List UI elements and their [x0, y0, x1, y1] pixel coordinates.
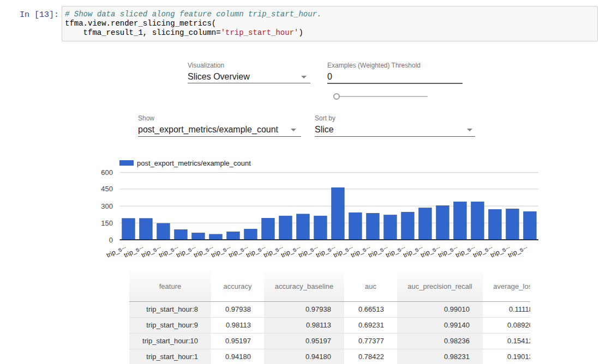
svg-text:150: 150 — [101, 219, 113, 227]
svg-text:0: 0 — [109, 236, 113, 244]
svg-text:trip_s···: trip_s··· — [507, 244, 529, 259]
svg-text:450: 450 — [101, 185, 113, 193]
svg-text:600: 600 — [101, 168, 113, 177]
svg-text:300: 300 — [101, 202, 113, 210]
svg-text:post_export_metrics/example_co: post_export_metrics/example_count — [137, 159, 251, 167]
